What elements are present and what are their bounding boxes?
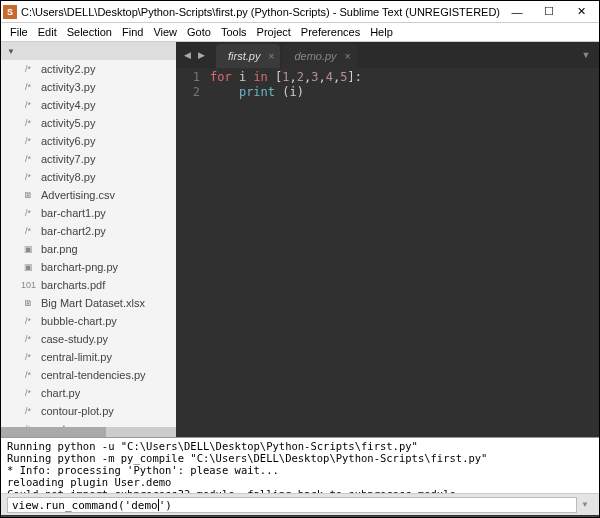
file-name: activity6.py: [41, 135, 95, 147]
file-name: activity3.py: [41, 81, 95, 93]
file-type-icon: /*: [21, 118, 35, 128]
file-name: activity4.py: [41, 99, 95, 111]
file-name: bar-chart1.py: [41, 207, 106, 219]
title-bar: S C:\Users\DELL\Desktop\Python-Scripts\f…: [1, 1, 599, 23]
tab-demo-py[interactable]: demo.py×: [282, 44, 356, 68]
file-item[interactable]: /*activity3.py: [1, 78, 176, 96]
window-title: C:\Users\DELL\Desktop\Python-Scripts\fir…: [21, 6, 501, 18]
file-type-icon: /*: [21, 208, 35, 218]
nav-forward-icon[interactable]: ▶: [194, 48, 208, 62]
file-item[interactable]: /*bubble-chart.py: [1, 312, 176, 330]
file-type-icon: /*: [21, 100, 35, 110]
file-name: barchart-png.py: [41, 261, 118, 273]
file-name: central-limit.py: [41, 351, 112, 363]
menu-find[interactable]: Find: [117, 26, 148, 38]
sidebar-scrollbar[interactable]: [1, 427, 176, 437]
file-type-icon: /*: [21, 406, 35, 416]
sidebar: ▼ /*activity2.py/*activity3.py/*activity…: [1, 42, 176, 437]
tab-label: demo.py: [294, 50, 336, 62]
build-output-panel[interactable]: Running python -u "C:\Users\DELL\Desktop…: [1, 437, 599, 493]
file-item[interactable]: /*bar-chart1.py: [1, 204, 176, 222]
tab-bar: ◀ ▶ first.py×demo.py× ▼: [176, 42, 599, 68]
file-item[interactable]: /*activity4.py: [1, 96, 176, 114]
file-type-icon: /*: [21, 82, 35, 92]
file-type-icon: /*: [21, 370, 35, 380]
code-content[interactable]: for i in [1,2,3,4,5]: print (i): [206, 68, 599, 437]
file-item[interactable]: /*activity8.py: [1, 168, 176, 186]
maximize-button[interactable]: ☐: [533, 2, 565, 22]
file-name: activity8.py: [41, 171, 95, 183]
file-type-icon: /*: [21, 352, 35, 362]
chevron-down-icon: ▼: [7, 47, 15, 56]
file-type-icon: /*: [21, 334, 35, 344]
file-item[interactable]: /*contour-plot.py: [1, 402, 176, 420]
menu-selection[interactable]: Selection: [62, 26, 117, 38]
tab-overflow-icon[interactable]: ▼: [577, 46, 595, 64]
command-text-before: view.run_command('dem: [12, 499, 151, 512]
file-type-icon: ▣: [21, 244, 35, 254]
file-name: Advertising.csv: [41, 189, 115, 201]
menu-file[interactable]: File: [5, 26, 33, 38]
file-item[interactable]: ▣bar.png: [1, 240, 176, 258]
minimize-button[interactable]: —: [501, 2, 533, 22]
file-type-icon: /*: [21, 154, 35, 164]
file-item[interactable]: /*central-tendencies.py: [1, 366, 176, 384]
menu-tools[interactable]: Tools: [216, 26, 252, 38]
file-item[interactable]: 101barcharts.pdf: [1, 276, 176, 294]
file-item[interactable]: /*chart.py: [1, 384, 176, 402]
file-item[interactable]: /*central-limit.py: [1, 348, 176, 366]
file-type-icon: /*: [21, 226, 35, 236]
file-item[interactable]: 🗎Big Mart Dataset.xlsx: [1, 294, 176, 312]
tab-close-icon[interactable]: ×: [269, 51, 275, 62]
file-list: /*activity2.py/*activity3.py/*activity4.…: [1, 60, 176, 427]
close-button[interactable]: ✕: [565, 2, 597, 22]
menu-preferences[interactable]: Preferences: [296, 26, 365, 38]
file-name: central-tendencies.py: [41, 369, 146, 381]
app-icon: S: [3, 5, 17, 19]
command-input-row: view.run_command('demo') ▼: [1, 493, 599, 515]
editor-pane: ◀ ▶ first.py×demo.py× ▼ 12 for i in [1,2…: [176, 42, 599, 437]
file-item[interactable]: /*activity2.py: [1, 60, 176, 78]
menu-goto[interactable]: Goto: [182, 26, 216, 38]
command-text-after: '): [159, 499, 172, 512]
file-name: bar-chart2.py: [41, 225, 106, 237]
tab-first-py[interactable]: first.py×: [216, 44, 280, 68]
menu-project[interactable]: Project: [252, 26, 296, 38]
tab-label: first.py: [228, 50, 260, 62]
file-type-icon: /*: [21, 316, 35, 326]
code-editor[interactable]: 12 for i in [1,2,3,4,5]: print (i): [176, 68, 599, 437]
menu-help[interactable]: Help: [365, 26, 398, 38]
file-name: Big Mart Dataset.xlsx: [41, 297, 145, 309]
file-type-icon: 🗎: [21, 298, 35, 308]
line-gutter: 12: [176, 68, 206, 437]
file-item[interactable]: /*activity5.py: [1, 114, 176, 132]
menu-view[interactable]: View: [148, 26, 182, 38]
file-name: case-study.py: [41, 333, 108, 345]
file-name: bar.png: [41, 243, 78, 255]
file-type-icon: /*: [21, 64, 35, 74]
file-name: activity2.py: [41, 63, 95, 75]
file-name: activity7.py: [41, 153, 95, 165]
file-type-icon: /*: [21, 136, 35, 146]
command-input[interactable]: view.run_command('demo'): [7, 497, 577, 513]
file-type-icon: ▣: [21, 262, 35, 272]
file-type-icon: 🗎: [21, 190, 35, 200]
file-item[interactable]: /*activity7.py: [1, 150, 176, 168]
menu-bar: FileEditSelectionFindViewGotoToolsProjec…: [1, 23, 599, 42]
file-type-icon: 101: [21, 280, 35, 290]
folder-header[interactable]: ▼: [1, 42, 176, 60]
file-item[interactable]: 🗎Advertising.csv: [1, 186, 176, 204]
file-item[interactable]: /*activity6.py: [1, 132, 176, 150]
file-item[interactable]: /*bar-chart2.py: [1, 222, 176, 240]
file-type-icon: /*: [21, 388, 35, 398]
file-name: activity5.py: [41, 117, 95, 129]
file-name: chart.py: [41, 387, 80, 399]
file-item[interactable]: /*create-png.py: [1, 420, 176, 427]
nav-back-icon[interactable]: ◀: [180, 48, 194, 62]
file-type-icon: /*: [21, 172, 35, 182]
tab-close-icon[interactable]: ×: [345, 51, 351, 62]
menu-edit[interactable]: Edit: [33, 26, 62, 38]
command-history-icon[interactable]: ▼: [577, 497, 593, 512]
file-item[interactable]: /*case-study.py: [1, 330, 176, 348]
file-item[interactable]: ▣barchart-png.py: [1, 258, 176, 276]
